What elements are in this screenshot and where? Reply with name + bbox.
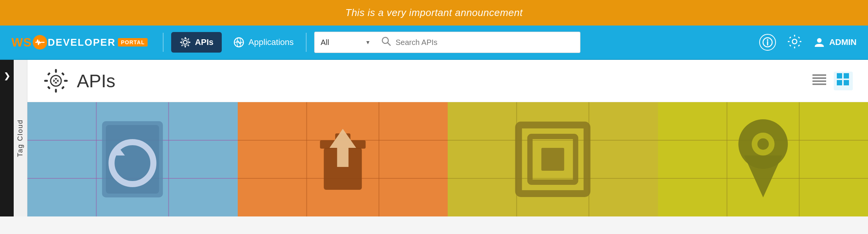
- card-2-background: [238, 102, 448, 216]
- nav-item-applications[interactable]: Applications: [225, 32, 302, 53]
- svg-rect-41: [812, 77, 826, 79]
- svg-rect-42: [812, 80, 826, 82]
- card-3-background: [448, 102, 658, 216]
- sidebar-toggle[interactable]: ❯: [0, 60, 14, 216]
- nav-items: APIs Applications: [171, 32, 302, 53]
- card-4-background: [658, 102, 868, 216]
- svg-rect-43: [812, 83, 826, 85]
- nav-item-apis[interactable]: APIs: [171, 32, 222, 53]
- svg-rect-36: [61, 86, 65, 89]
- svg-line-14: [388, 43, 390, 45]
- sidebar-toggle-icon: ❯: [4, 71, 10, 80]
- api-cards-grid: [27, 102, 868, 216]
- user-icon: [813, 36, 825, 48]
- logo-pulse-icon: [35, 39, 45, 46]
- search-icon: [381, 36, 391, 48]
- info-icon[interactable]: [759, 34, 776, 51]
- main-content: APIs: [27, 60, 868, 216]
- svg-rect-31: [44, 80, 48, 82]
- svg-rect-69: [541, 148, 564, 171]
- svg-rect-33: [47, 72, 51, 75]
- svg-rect-40: [812, 74, 826, 76]
- svg-rect-26: [798, 45, 800, 47]
- svg-rect-25: [789, 45, 792, 47]
- apis-gear-icon: [180, 37, 191, 48]
- view-controls: [812, 72, 853, 90]
- page-title-area: APIs: [43, 67, 115, 94]
- svg-rect-44: [837, 73, 842, 79]
- svg-rect-30: [55, 89, 57, 93]
- svg-rect-24: [798, 37, 800, 39]
- svg-rect-22: [800, 41, 801, 42]
- list-view-button[interactable]: [812, 74, 826, 88]
- nav-divider-2: [306, 33, 307, 52]
- svg-marker-75: [744, 155, 782, 197]
- svg-rect-29: [55, 69, 57, 73]
- api-card-2[interactable]: [238, 102, 448, 216]
- svg-point-17: [767, 39, 768, 41]
- svg-rect-47: [844, 80, 849, 85]
- search-category-wrapper: All APIs Applications: [314, 32, 375, 53]
- svg-rect-32: [64, 80, 68, 82]
- announcement-banner: This is a very important announcement: [0, 0, 868, 26]
- svg-point-27: [817, 38, 822, 43]
- svg-rect-2: [185, 37, 186, 39]
- apis-nav-label: APIs: [195, 37, 213, 47]
- svg-rect-34: [61, 72, 65, 75]
- search-area: All APIs Applications: [314, 32, 580, 53]
- tag-cloud-label: Tag Cloud: [16, 119, 24, 157]
- page-apis-icon: [43, 67, 69, 94]
- search-input-wrapper: [375, 32, 580, 53]
- applications-icon: [233, 37, 245, 48]
- grid-view-button[interactable]: [834, 72, 853, 90]
- svg-rect-21: [788, 41, 790, 42]
- svg-rect-9: [188, 45, 189, 46]
- card-1-background: [27, 102, 238, 216]
- api-card-1[interactable]: [27, 102, 238, 216]
- svg-rect-3: [185, 46, 186, 48]
- svg-rect-20: [794, 46, 795, 48]
- announcement-text: This is a very important announcement: [345, 7, 523, 18]
- api-card-3[interactable]: [448, 102, 658, 216]
- svg-rect-6: [181, 38, 183, 40]
- settings-icon[interactable]: [787, 34, 802, 50]
- svg-point-1: [182, 39, 189, 46]
- user-name: ADMIN: [829, 37, 857, 47]
- user-area[interactable]: ADMIN: [813, 36, 857, 48]
- svg-rect-4: [180, 42, 182, 43]
- logo[interactable]: WS DEVELOPER PORTAL: [11, 35, 148, 50]
- page-header: APIs: [27, 60, 868, 102]
- svg-rect-23: [789, 37, 792, 39]
- search-input[interactable]: [375, 32, 580, 53]
- svg-point-0: [183, 40, 187, 44]
- page-title: APIs: [77, 71, 115, 91]
- tag-cloud-sidebar[interactable]: Tag Cloud: [14, 60, 27, 216]
- svg-rect-45: [844, 73, 849, 79]
- nav-right: ADMIN: [759, 34, 857, 51]
- svg-rect-35: [47, 86, 51, 89]
- logo-ws: WS: [11, 35, 32, 50]
- api-card-4[interactable]: [658, 102, 868, 216]
- applications-nav-label: Applications: [248, 37, 294, 47]
- top-nav: WS DEVELOPER PORTAL: [0, 26, 868, 60]
- portal-badge: PORTAL: [118, 38, 148, 46]
- svg-point-77: [757, 138, 769, 150]
- svg-rect-46: [837, 80, 842, 85]
- logo-developer-text: DEVELOPER: [48, 37, 116, 48]
- search-category-dropdown[interactable]: All APIs Applications: [314, 32, 375, 53]
- content-area: ❯ Tag Cloud: [0, 60, 868, 216]
- nav-divider-1: [163, 33, 164, 52]
- svg-rect-5: [189, 42, 191, 43]
- svg-rect-19: [794, 35, 795, 37]
- svg-point-18: [792, 39, 797, 44]
